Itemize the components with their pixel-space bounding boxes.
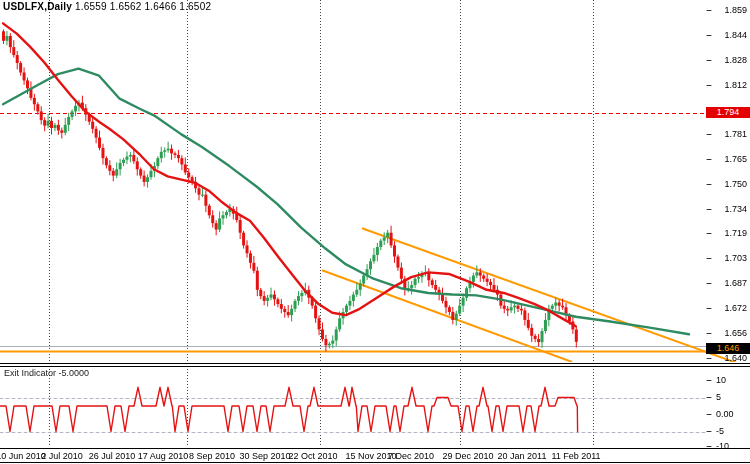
price-axis-label: 1.750 <box>724 179 747 189</box>
chart-title: USDLFX,Daily 1.6559 1.6562 1.6466 1.6502 <box>3 2 211 12</box>
price-axis-label: 1.672 <box>724 303 747 313</box>
symbol-timeframe-label: USDLFX,Daily <box>3 1 72 12</box>
price-chart-canvas[interactable] <box>0 0 750 464</box>
price-axis-label: 1.844 <box>724 30 747 40</box>
resistance-price-marker: 1.794 <box>706 107 750 118</box>
date-label: 17 Aug 2010 <box>138 451 189 461</box>
ohlc-values: 1.6559 1.6562 1.6466 1.6502 <box>75 1 211 12</box>
price-axis-label: 1.734 <box>724 204 747 214</box>
indicator-name-label: Exit Indicator -5.0000 <box>4 368 89 378</box>
mt4-chart-window: USDLFX,Daily 1.6559 1.6562 1.6466 1.6502… <box>0 0 750 464</box>
date-label: 29 Dec 2010 <box>442 451 493 461</box>
indicator-scale-label: -5 <box>716 426 724 436</box>
indicator-scale-label: 5 <box>716 392 721 402</box>
date-label: 7 Dec 2010 <box>388 451 434 461</box>
indicator-scale-label: 0.00 <box>716 409 734 419</box>
price-axis-label: 1.703 <box>724 253 747 263</box>
date-label: 10 Jun 2010 <box>0 451 46 461</box>
date-label: 22 Oct 2010 <box>288 451 337 461</box>
price-axis-label: 1.859 <box>724 5 747 15</box>
price-axis-label: 1.812 <box>724 80 747 90</box>
price-axis-label: 1.719 <box>724 228 747 238</box>
date-label: 20 Jan 2011 <box>498 451 547 461</box>
price-axis-label: 1.640 <box>724 353 747 363</box>
date-label: 8 Sep 2010 <box>189 451 235 461</box>
date-label: 30 Sep 2010 <box>239 451 290 461</box>
indicator-scale-label: 10 <box>716 375 726 385</box>
price-axis-label: 1.687 <box>724 278 747 288</box>
date-label: 26 Jul 2010 <box>89 451 136 461</box>
current-price-marker: 1.646 <box>706 343 750 354</box>
date-label: 2 Jul 2010 <box>41 451 83 461</box>
price-axis-label: 1.828 <box>724 55 747 65</box>
price-axis-label: 1.765 <box>724 154 747 164</box>
indicator-scale-label: -10 <box>716 441 729 451</box>
price-axis-label: 1.781 <box>724 129 747 139</box>
price-axis-label: 1.656 <box>724 328 747 338</box>
date-label: 11 Feb 2011 <box>551 451 600 461</box>
